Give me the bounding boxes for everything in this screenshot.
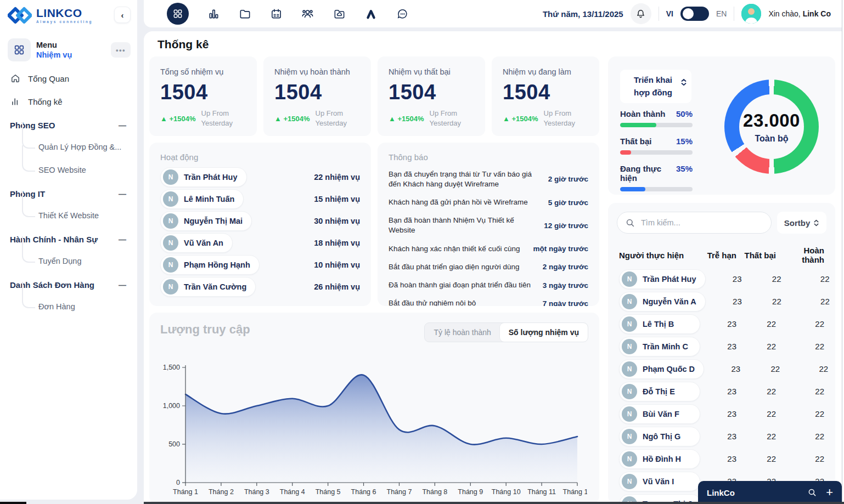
avatar-initial: N xyxy=(163,235,178,251)
person-pill[interactable]: N Trần Phát Huy xyxy=(619,269,706,289)
person-pill[interactable]: N Đỗ Thị E xyxy=(619,382,700,401)
area-chart: 05001,0001,500Tháng 1Tháng 2Tháng 3Tháng… xyxy=(159,361,587,499)
person-name: Vũ Văn I xyxy=(643,477,674,486)
sidebar-section[interactable]: Phòng IT — xyxy=(0,182,137,204)
notification-row[interactable]: Bắt đầu phát triển giao diện người dùng … xyxy=(389,258,588,276)
calendar-icon[interactable] xyxy=(270,8,283,20)
ads-icon[interactable] xyxy=(364,7,378,20)
brand-tagline: Always connecting xyxy=(36,20,93,24)
sidebar-subitem[interactable]: Tuyển Dụng xyxy=(29,250,130,273)
collapse-section-icon[interactable]: — xyxy=(119,190,126,199)
subitem-label: SEO Website xyxy=(38,166,86,174)
menu-more-button[interactable]: ••• xyxy=(111,42,131,58)
subitem-label: Thiết Kế Website xyxy=(38,211,99,220)
person-pill[interactable]: N Ngô Thị G xyxy=(619,427,700,446)
notification-row[interactable]: Bắt đầu thử nghiệm nội bộ 7 ngày trước xyxy=(389,295,588,306)
person-pill[interactable]: N Vũ Văn An xyxy=(160,233,233,253)
notification-row[interactable]: Bạn đã chuyển trạng thái từ Tư vấn báo g… xyxy=(389,165,588,193)
stat-card-caption: Up From Yesterday xyxy=(430,109,474,128)
sidebar-section[interactable]: Hành Chính - Nhân Sự — xyxy=(0,227,137,250)
done-count: 22 xyxy=(780,387,824,396)
person-pill[interactable]: N Phạm Hồng Hạnh xyxy=(160,255,260,275)
deploy-select[interactable]: Triển khai hợp đồng xyxy=(620,70,691,103)
sidebar-subitem[interactable]: Thiết Kế Website xyxy=(29,204,130,227)
folder-icon[interactable] xyxy=(239,8,251,20)
notification-time: 5 giờ trước xyxy=(548,199,588,207)
collapse-section-icon[interactable]: — xyxy=(119,281,126,290)
ellipsis-icon: ••• xyxy=(116,46,126,54)
bar-chart-small-icon xyxy=(10,96,21,107)
search-box[interactable] xyxy=(617,212,772,234)
legend-percent: 35% xyxy=(676,164,693,183)
stat-card-value: 1504 xyxy=(503,81,589,104)
search-input[interactable] xyxy=(641,218,763,227)
notification-text: Bạn đã chuyển trạng thái từ Tư vấn báo g… xyxy=(389,169,541,189)
failed-count: 22 xyxy=(741,454,776,463)
person-pill[interactable]: N Vũ Văn I xyxy=(619,472,700,491)
notification-row[interactable]: Khách hàng đã gửi phản hồi về Wireframe … xyxy=(389,193,588,211)
sidebar-subitem[interactable]: SEO Website xyxy=(29,158,130,182)
task-count: 30 nhiệm vụ xyxy=(314,217,360,225)
chat-search-icon[interactable] xyxy=(807,488,817,497)
person-pill[interactable]: N Bùi Văn F xyxy=(619,404,700,424)
person-pill[interactable]: N Trần Phát Huy xyxy=(160,167,247,187)
done-count: 22 xyxy=(780,432,824,441)
failed-count: 22 xyxy=(741,432,776,441)
failed-count: 22 xyxy=(741,409,776,418)
user-name: Link Co xyxy=(803,9,831,18)
traffic-toggle: Tỷ lệ hoàn thành Số lượng nhiệm vụ xyxy=(424,322,588,342)
scrollbar[interactable] xyxy=(842,0,844,504)
language-toggle[interactable] xyxy=(680,7,709,21)
svg-text:0: 0 xyxy=(176,479,180,486)
sidebar-item-thong-ke[interactable]: Thống kê xyxy=(0,90,137,113)
person-pill[interactable]: N Nguyễn Văn A xyxy=(619,292,706,312)
legend-label: Thất bại xyxy=(620,137,652,146)
person-pill[interactable]: N Lê Thị B xyxy=(619,314,700,334)
sortby-button[interactable]: Sortby xyxy=(777,212,826,234)
sidebar-collapse-button[interactable]: ‹ xyxy=(114,7,131,23)
cloud-folder-icon[interactable] xyxy=(333,8,346,20)
person-pill[interactable]: N Hồ Đình H xyxy=(619,449,700,469)
person-pill[interactable]: N Trần Văn Cường xyxy=(160,277,256,297)
collapse-section-icon[interactable]: — xyxy=(119,235,126,244)
collapse-section-icon[interactable]: — xyxy=(119,121,126,130)
col-that-bai: Thất bại xyxy=(741,251,776,260)
person-pill[interactable]: N Trần Minh C xyxy=(619,337,700,356)
svg-text:Tháng 1: Tháng 1 xyxy=(173,488,198,496)
person-pill[interactable]: N Lê Minh Tuấn xyxy=(160,189,244,209)
chat-icon[interactable] xyxy=(396,8,409,20)
sidebar-item-tong-quan[interactable]: Tổng Quan xyxy=(0,67,137,90)
toggle-so-luong-nhiem-vu[interactable]: Số lượng nhiệm vụ xyxy=(500,323,588,342)
apps-icon[interactable] xyxy=(167,3,189,25)
notification-row[interactable]: Bạn đã hoàn thành Nhiệm Vụ Thiết kế Webs… xyxy=(389,212,588,240)
legend-label: Đang thực hiện xyxy=(620,164,676,183)
notification-row[interactable]: Khách hàng xác nhận thiết kế cuối cùng m… xyxy=(389,240,588,258)
stat-card-caption: Up From Yesterday xyxy=(544,109,588,128)
person-pill[interactable]: N Phạm Quốc D xyxy=(619,359,704,379)
sidebar-subitem[interactable]: Quản Lý Hợp Đồng &... xyxy=(29,135,130,158)
user-avatar[interactable] xyxy=(741,4,761,24)
legend-percent: 15% xyxy=(676,137,693,146)
person-name: Trần Văn Cường xyxy=(184,282,246,291)
notifications-button[interactable] xyxy=(631,3,651,24)
main-content: Thống kê Tổng số nhiệm vụ 1504 ▲ +1504% … xyxy=(144,31,844,504)
menu-header[interactable]: Menu Nhiệm vụ ••• xyxy=(8,38,131,61)
toggle-ty-le-hoan-thanh[interactable]: Tỷ lệ hoàn thành xyxy=(425,323,499,342)
menu-grid-icon xyxy=(8,38,31,61)
bar-chart-icon[interactable] xyxy=(207,8,220,20)
col-nguoi-thuc-hien: Người thực hiện xyxy=(619,251,700,260)
person-name: Nguyễn Thị Mai xyxy=(184,217,243,225)
notification-row[interactable]: Đã hoàn thành giai đoạn phát triển đầu t… xyxy=(389,276,588,295)
donut-total-label: Toàn bộ xyxy=(755,134,788,144)
sidebar-subitem[interactable]: Đơn Hàng xyxy=(29,295,130,318)
chat-widget-bar[interactable]: LinkCo + xyxy=(698,481,842,504)
person-pill[interactable]: N Nguyễn Thị Mai xyxy=(160,211,252,231)
sidebar-section[interactable]: Phòng SEO — xyxy=(0,113,137,135)
team-icon[interactable] xyxy=(301,7,314,20)
linkco-diamonds-icon xyxy=(8,5,32,25)
chat-add-icon[interactable]: + xyxy=(826,486,833,499)
lang-vi-label: VI xyxy=(666,9,673,18)
notification-text: Bắt đầu thử nghiệm nội bộ xyxy=(389,298,476,306)
person-name: Nguyễn Văn A xyxy=(643,297,696,306)
sidebar-section[interactable]: Danh Sách Đơn Hàng — xyxy=(0,273,137,295)
